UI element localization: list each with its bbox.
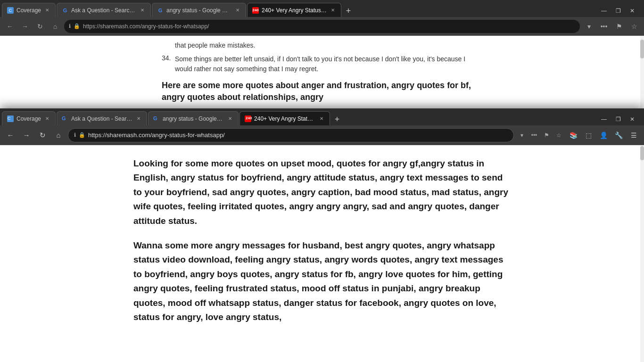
tab-ask-question-label: Ask a Question - Search Conso (71, 115, 132, 122)
coverage-tab-favicon: C (7, 115, 14, 122)
foreground-browser: C Coverage ✕ G Ask a Question - Search C… (0, 108, 644, 362)
bg-section-heading: Here are some more quotes about anger an… (162, 80, 482, 103)
refresh-button[interactable]: ↻ (36, 129, 49, 142)
lock-icon: 🔒 (79, 132, 85, 138)
page-content-area[interactable]: Looking for some more quotes on upset mo… (0, 145, 644, 362)
url-action-buttons: ▾ ••• ⚑ ☆ (517, 130, 564, 140)
bg-nav-bar: ← → ↻ ⌂ ℹ 🔒 https://sharemash.com/angry-… (0, 17, 644, 36)
bg-lock-icon: 🔒 (74, 23, 80, 29)
back-button[interactable]: ← (4, 129, 17, 142)
minimize-button[interactable]: — (598, 113, 610, 125)
menu-icon[interactable]: ☰ (627, 129, 640, 142)
bg-bookmark-icon[interactable]: ☆ (628, 20, 640, 33)
more-options-icon[interactable]: ••• (529, 130, 539, 140)
bg-tab-coverage-label: Coverage (17, 7, 41, 14)
bg-info-icon: ℹ (69, 23, 71, 29)
bg-tab-very-angry-close[interactable]: ✕ (330, 7, 336, 14)
maximize-button[interactable]: ❐ (612, 113, 624, 125)
tab-very-angry-label: 240+ Very Angry Status for Wh... (254, 115, 315, 122)
google-tab-favicon-1: G (62, 115, 68, 122)
bg-tab-ask[interactable]: G Ask a Question - Search Conso ✕ (57, 3, 151, 17)
tab-angry-search-close[interactable]: ✕ (227, 115, 233, 122)
bg-item-34-text: Some things are better left unsaid, if I… (175, 54, 482, 74)
google-tab-favicon-2: G (153, 115, 160, 122)
extensions-icon[interactable]: 🔧 (612, 129, 625, 142)
info-icon: ℹ (74, 132, 76, 138)
bg-tab-coverage-close[interactable]: ✕ (44, 7, 50, 14)
tab-ask-question-close[interactable]: ✕ (135, 115, 142, 122)
sharemash-favicon-1: 240 (252, 7, 259, 14)
pocket-icon[interactable]: ⚑ (541, 130, 552, 140)
bg-list-item-34: 34. Some things are better left unsaid, … (162, 54, 482, 74)
sharemash-tab-favicon: 240 (245, 115, 251, 122)
url-bar[interactable]: ℹ 🔒 (68, 128, 514, 142)
new-tab-button[interactable]: + (331, 113, 343, 125)
bg-maximize-button[interactable]: ❐ (612, 5, 624, 17)
tab-very-angry[interactable]: 240 240+ Very Angry Status for Wh... ✕ (239, 111, 330, 125)
bg-tab-ask-label: Ask a Question - Search Conso (71, 7, 136, 14)
bg-more-options-icon[interactable]: ••• (598, 20, 610, 33)
bg-tab-angry-search[interactable]: G angry status - Google Search ✕ (152, 3, 246, 17)
bg-item-34-num: 34. (162, 54, 175, 74)
forward-button[interactable]: → (20, 129, 33, 142)
close-button[interactable]: ✕ (626, 113, 638, 125)
bg-tab-ask-close[interactable]: ✕ (139, 7, 146, 14)
tab-bar: C Coverage ✕ G Ask a Question - Search C… (0, 108, 644, 125)
bg-page-inner: that people make mistakes. 34. Some thin… (143, 36, 501, 108)
window-controls: — ❐ ✕ (598, 113, 642, 125)
bg-tab-very-angry[interactable]: 240 240+ Very Angry Status for Wh... ✕ (247, 3, 341, 17)
bg-new-tab-button[interactable]: + (342, 5, 355, 17)
paragraph-2: Wanna some more angry messages for husba… (133, 239, 511, 324)
nav-bar: ← → ↻ ⌂ ℹ 🔒 ▾ ••• ⚑ ☆ 📚 ⬚ 👤 🔧 ☰ (0, 125, 644, 145)
bg-forward-button[interactable]: → (19, 20, 31, 33)
bg-minimize-button[interactable]: — (598, 5, 610, 17)
tab-very-angry-close[interactable]: ✕ (318, 115, 325, 122)
bg-home-button[interactable]: ⌂ (49, 20, 61, 33)
library-icon[interactable]: 📚 (567, 129, 580, 142)
bg-refresh-button[interactable]: ↻ (34, 20, 46, 33)
sidebar-icon[interactable]: ⬚ (582, 129, 595, 142)
bg-scrollbar-thumb[interactable] (640, 40, 644, 58)
bg-item-33-text: that people make mistakes. (175, 41, 255, 50)
tab-angry-search-label: angry status - Google Search (163, 115, 224, 122)
home-button[interactable]: ⌂ (52, 129, 65, 142)
coverage-favicon: C (7, 7, 14, 14)
url-input[interactable] (88, 132, 508, 139)
toolbar-right: 📚 ⬚ 👤 🔧 ☰ (567, 129, 640, 142)
bg-tab-angry-search-close[interactable]: ✕ (234, 7, 241, 14)
bg-url-bar[interactable]: ℹ 🔒 https://sharemash.com/angry-status-f… (64, 20, 580, 33)
bg-back-button[interactable]: ← (4, 20, 16, 33)
google-favicon-1: G (62, 7, 68, 14)
bg-tab-very-angry-label: 240+ Very Angry Status for Wh... (262, 7, 327, 14)
paragraph-1: Looking for some more quotes on upset mo… (133, 156, 511, 228)
chevron-down-icon[interactable]: ▾ (517, 130, 527, 140)
tab-coverage[interactable]: C Coverage ✕ (2, 111, 56, 125)
bg-pocket-icon[interactable]: ⚑ (613, 20, 625, 33)
bg-tab-bar: C Coverage ✕ G Ask a Question - Search C… (0, 0, 644, 17)
scrollbar-track[interactable] (640, 145, 644, 362)
bg-url-text: https://sharemash.com/angry-status-for-w… (83, 23, 209, 30)
bg-item-33-num (162, 41, 175, 50)
bookmark-icon[interactable]: ☆ (553, 130, 564, 140)
bg-scrollbar-track[interactable] (640, 36, 644, 113)
bg-tab-coverage[interactable]: C Coverage ✕ (2, 3, 56, 17)
bg-page-content: that people make mistakes. 34. Some thin… (0, 36, 644, 113)
scrollbar-thumb[interactable] (640, 146, 644, 160)
tab-coverage-label: Coverage (17, 115, 41, 122)
tab-angry-search[interactable]: G angry status - Google Search ✕ (148, 111, 239, 125)
page-inner: Looking for some more quotes on upset mo… (115, 145, 529, 346)
bg-list-item-33: that people make mistakes. (162, 41, 482, 50)
profile-icon[interactable]: 👤 (597, 129, 610, 142)
bg-tab-angry-search-label: angry status - Google Search (166, 7, 231, 14)
google-favicon-2: G (157, 7, 164, 14)
bg-window-controls: — ❐ ✕ (598, 5, 642, 17)
bg-chevron-down-icon[interactable]: ▾ (583, 20, 595, 33)
background-browser: C Coverage ✕ G Ask a Question - Search C… (0, 0, 644, 113)
browser-window: C Coverage ✕ G Ask a Question - Search C… (0, 0, 644, 362)
bg-close-button[interactable]: ✕ (626, 5, 638, 17)
tab-coverage-close[interactable]: ✕ (44, 115, 50, 122)
tab-ask-question[interactable]: G Ask a Question - Search Conso ✕ (57, 111, 147, 125)
